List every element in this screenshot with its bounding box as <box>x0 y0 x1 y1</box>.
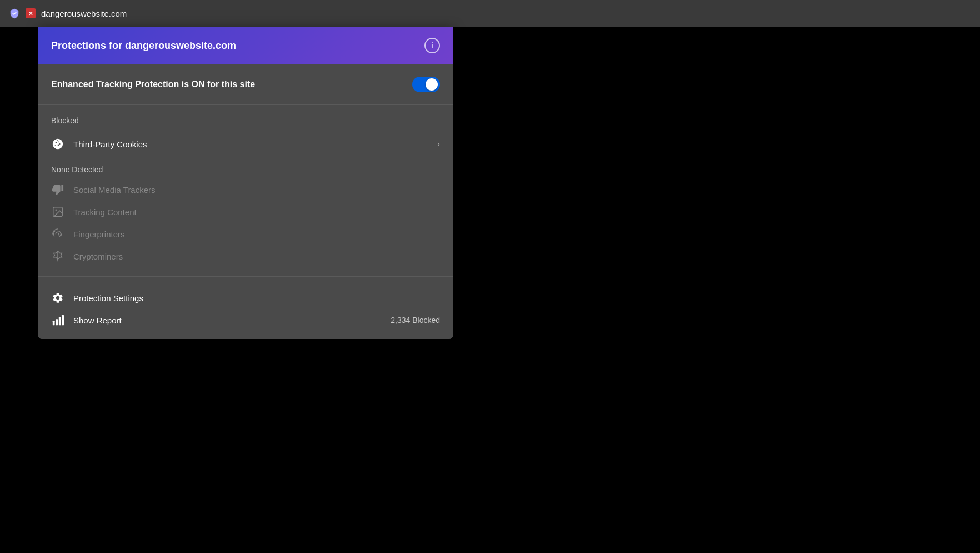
url-bar: dangerouswebsite.com <box>41 9 127 18</box>
svg-point-3 <box>55 145 56 146</box>
browser-chrome: ✕ dangerouswebsite.com <box>0 0 980 27</box>
none-detected-items: Social Media Trackers Tracking Content <box>38 178 453 274</box>
protection-settings-left: Protection Settings <box>51 291 143 305</box>
gear-icon <box>51 291 64 305</box>
protection-settings-label: Protection Settings <box>73 293 143 303</box>
tracking-protection-label: Enhanced Tracking Protection is ON for t… <box>51 79 255 89</box>
cryptominers-row: Cryptominers <box>51 245 440 267</box>
blocked-count: 2,334 Blocked <box>391 316 440 325</box>
show-report-row[interactable]: Show Report 2,334 Blocked <box>51 309 440 331</box>
svg-point-2 <box>58 141 59 142</box>
favicon-icon: ✕ <box>26 8 36 18</box>
show-report-left: Show Report <box>51 313 122 327</box>
tracking-protection-row: Enhanced Tracking Protection is ON for t… <box>38 64 453 105</box>
chart-icon <box>51 313 64 327</box>
footer-section: Protection Settings Show Report <box>38 279 453 339</box>
toggle-knob <box>426 78 438 91</box>
svg-point-7 <box>55 209 57 211</box>
third-party-cookies-label: Third-Party Cookies <box>73 140 147 149</box>
none-detected-label: None Detected <box>38 156 453 178</box>
popup-header: Protections for dangerouswebsite.com i <box>38 27 453 64</box>
tracking-content-label: Tracking Content <box>73 207 137 217</box>
cryptominers-label: Cryptominers <box>73 252 123 261</box>
social-media-trackers-row: Social Media Trackers <box>51 178 440 201</box>
tracking-content-row: Tracking Content <box>51 201 440 223</box>
fingerprinters-row: Fingerprinters <box>51 223 440 245</box>
svg-rect-12 <box>62 315 64 325</box>
blocked-section: Blocked Third <box>38 105 453 156</box>
social-media-trackers-label: Social Media Trackers <box>73 185 156 195</box>
divider <box>38 276 453 277</box>
svg-rect-9 <box>53 321 55 325</box>
svg-rect-10 <box>56 319 58 325</box>
shield-icon <box>9 8 20 19</box>
svg-point-1 <box>56 142 57 143</box>
blocked-label: Blocked <box>51 116 440 125</box>
info-button[interactable]: i <box>424 38 440 53</box>
tracking-protection-toggle[interactable] <box>412 77 440 92</box>
svg-rect-11 <box>59 317 61 326</box>
thumbs-down-icon <box>51 183 64 196</box>
svg-point-5 <box>59 143 61 145</box>
third-party-cookies-row[interactable]: Third-Party Cookies › <box>51 132 440 156</box>
third-party-cookies-left: Third-Party Cookies <box>51 137 147 151</box>
fingerprinters-label: Fingerprinters <box>73 230 125 239</box>
currency-icon <box>51 250 64 263</box>
protections-popup: Protections for dangerouswebsite.com i E… <box>38 27 453 339</box>
image-icon <box>51 205 64 218</box>
popup-body: Enhanced Tracking Protection is ON for t… <box>38 64 453 339</box>
svg-point-4 <box>58 144 59 146</box>
cookie-icon <box>51 137 64 151</box>
fingerprint-icon <box>51 227 64 241</box>
show-report-label: Show Report <box>73 316 122 325</box>
popup-title: Protections for dangerouswebsite.com <box>51 40 236 52</box>
chevron-right-icon: › <box>437 140 440 148</box>
protection-settings-row[interactable]: Protection Settings <box>51 287 440 309</box>
